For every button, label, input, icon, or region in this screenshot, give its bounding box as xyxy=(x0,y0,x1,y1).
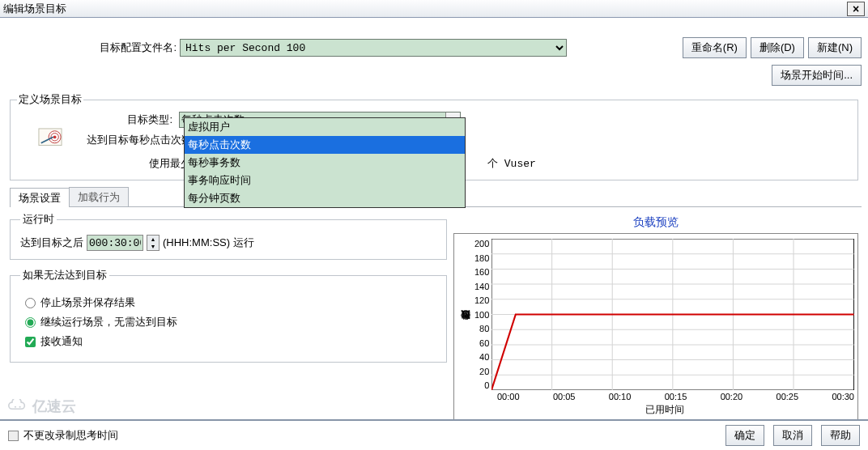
footer-check-row[interactable]: 不更改录制思考时间 xyxy=(8,428,118,443)
svg-point-20 xyxy=(15,406,16,408)
use-min-label: 使用最少 xyxy=(17,156,191,171)
delete-button[interactable]: 删除(D) xyxy=(751,37,804,58)
window-title: 编辑场景目标 xyxy=(3,2,847,16)
chart-yticks: 200180160140120100806040200 xyxy=(474,239,491,390)
spin-down-icon: ▼ xyxy=(147,243,159,250)
cancel-button[interactable]: 取消 xyxy=(773,425,812,446)
dropdown-opt-2[interactable]: 每秒事务数 xyxy=(185,154,465,172)
profile-select[interactable]: Hits per Second 100 xyxy=(180,39,567,57)
chart-xticks: 00:0000:0500:1000:1500:2000:2500:30 xyxy=(497,392,854,401)
new-button[interactable]: 新建(N) xyxy=(808,37,862,58)
chart-box: 每秒点击次数 200180160140120100806040200 xyxy=(453,233,858,421)
target-type-label: 目标类型: xyxy=(17,112,179,127)
footer-checkbox[interactable] xyxy=(8,431,19,441)
chart-plot xyxy=(491,239,854,390)
fail-fieldset: 如果无法达到目标 停止场景并保存结果 继续运行场景，无需达到目标 接收通知 xyxy=(10,268,447,363)
opt-continue-row[interactable]: 继续运行场景，无需达到目标 xyxy=(25,315,436,329)
close-button[interactable]: × xyxy=(847,2,865,16)
dropdown-opt-0[interactable]: 虚拟用户 xyxy=(185,118,465,136)
opt-continue-radio[interactable] xyxy=(25,317,36,328)
fail-legend: 如果无法达到目标 xyxy=(20,268,109,282)
titlebar: 编辑场景目标 × xyxy=(0,0,868,18)
chart-title: 负载预览 xyxy=(453,215,858,230)
svg-point-21 xyxy=(19,406,21,408)
target-icon xyxy=(38,128,62,147)
ok-button[interactable]: 确定 xyxy=(725,425,764,446)
start-time-button[interactable]: 场景开始时间... xyxy=(772,65,862,86)
dropdown-opt-4[interactable]: 每分钟页数 xyxy=(185,189,465,207)
opt-stop-radio[interactable] xyxy=(25,298,36,308)
opt-stop-row[interactable]: 停止场景并保存结果 xyxy=(25,295,436,310)
help-button[interactable]: 帮助 xyxy=(821,425,860,446)
time-format-label: (HHH:MM:SS) 运行 xyxy=(163,236,254,250)
opt-notify-checkbox[interactable] xyxy=(25,337,36,347)
dropdown-opt-3[interactable]: 事务响应时间 xyxy=(185,172,465,189)
runtime-fieldset: 运行时 达到目标之后 ▲▼ (HHH:MM:SS) 运行 xyxy=(10,212,447,260)
after-reach-label: 达到目标之后 xyxy=(20,236,83,250)
svg-point-3 xyxy=(53,135,57,138)
opt-notify-row[interactable]: 接收通知 xyxy=(25,334,436,349)
rename-button[interactable]: 重命名(R) xyxy=(683,37,747,58)
footer: 不更改录制思考时间 确定 取消 帮助 xyxy=(0,419,868,450)
spin-up-icon: ▲ xyxy=(147,236,159,243)
chart-ylabel: 每秒点击次数 xyxy=(457,239,474,417)
target-type-dropdown[interactable]: 虚拟用户 每秒点击次数 每秒事务数 事务响应时间 每分钟页数 xyxy=(184,117,466,208)
duration-spinner[interactable]: ▲▼ xyxy=(147,235,160,251)
duration-input[interactable] xyxy=(87,235,143,251)
runtime-legend: 运行时 xyxy=(20,212,57,227)
chart-xlabel: 已用时间 xyxy=(474,403,854,417)
define-target-legend: 定义场景目标 xyxy=(17,92,83,107)
dropdown-opt-1[interactable]: 每秒点击次数 xyxy=(185,136,465,154)
profile-row: 目标配置文件名: Hits per Second 100 重命名(R) 删除(D… xyxy=(6,37,862,58)
watermark: 亿速云 xyxy=(8,397,76,416)
close-icon: × xyxy=(853,2,859,15)
config-label: 目标配置文件名: xyxy=(6,40,180,55)
vuser-label: 个 Vuser xyxy=(487,156,536,171)
tab-scene-settings[interactable]: 场景设置 xyxy=(10,188,70,207)
tab-load-behavior[interactable]: 加载行为 xyxy=(69,187,129,206)
